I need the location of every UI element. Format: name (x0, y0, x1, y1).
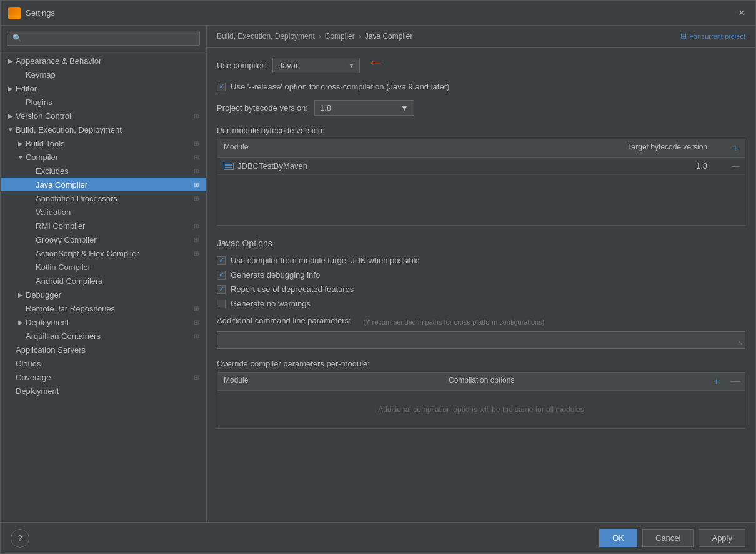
additional-cmd-label: Additional command line parameters: (217, 316, 351, 325)
sidebar-item-keymap[interactable]: Keymap (1, 68, 206, 81)
sidebar-item-editor[interactable]: ▶ Editor (1, 81, 206, 95)
sidebar-item-version-control[interactable]: ▶ Version Control ⊞ (1, 109, 206, 123)
additional-cmd-hint: ('/' recommended in paths for cross-plat… (364, 318, 545, 326)
apply-button[interactable]: Apply (699, 529, 745, 547)
ok-button[interactable]: OK (599, 529, 637, 547)
settings-body: Use compiler: Javac ▼ ← Use '--release' … (207, 48, 755, 522)
search-input[interactable] (7, 31, 200, 46)
sidebar-item-validation[interactable]: Validation (1, 205, 206, 219)
generate-no-warnings-label: Generate no warnings (231, 299, 311, 308)
sidebar-item-build-tools[interactable]: ▶ Build Tools ⊞ (1, 136, 206, 150)
javac-options-section: Javac Options Use compiler from module t… (217, 238, 745, 429)
sidebar-item-appearance-behavior[interactable]: ▶ Appearance & Behavior (1, 54, 206, 68)
spacer (6, 386, 16, 396)
per-module-label: Per-module bytecode version: (217, 126, 745, 135)
generate-debugging-info-checkbox[interactable] (217, 271, 226, 280)
expand-arrow: ▶ (6, 111, 16, 121)
sidebar-item-android-compilers[interactable]: Android Compilers (1, 274, 206, 288)
bottom-bar: ? OK Cancel Apply (1, 522, 755, 553)
compiler-value: Javac (278, 61, 299, 70)
override-col-options-header: Compilation options (442, 373, 707, 390)
sidebar-item-plugins[interactable]: Plugins (1, 95, 206, 109)
badge-icon: ⊞ (191, 111, 201, 121)
badge-icon: ⊞ (191, 166, 201, 176)
badge-icon: ⊞ (191, 193, 201, 203)
use-compiler-from-module-label: Use compiler from module target JDK when… (231, 256, 420, 265)
badge-icon: ⊞ (191, 317, 201, 327)
override-empty-hint: Additional compilation options will be t… (217, 391, 745, 428)
bytecode-version-select[interactable]: 1.8 ▼ (314, 100, 414, 116)
expand-arrow: ▶ (16, 138, 26, 148)
for-project-label: For current project (689, 33, 745, 40)
additional-cmd-input[interactable] (217, 331, 745, 349)
app-icon (8, 7, 21, 19)
compiler-select[interactable]: Javac ▼ (272, 58, 360, 73)
override-section: Override compiler parameters per-module:… (217, 359, 745, 429)
close-button[interactable]: × (735, 7, 748, 19)
col-version-header: Target bytecode version (601, 139, 726, 157)
sidebar-item-label: Version Control (16, 111, 191, 121)
bytecode-chevron-down-icon: ▼ (400, 103, 409, 113)
help-button[interactable]: ? (11, 529, 29, 548)
sidebar-item-excludes[interactable]: Excludes ⊞ (1, 164, 206, 178)
remove-module-button[interactable]: — (726, 161, 745, 171)
sidebar-item-annotation-processors[interactable]: Annotation Processors ⊞ (1, 191, 206, 205)
spacer (26, 221, 36, 231)
sidebar-item-label: Arquillian Containers (26, 331, 191, 341)
report-deprecated-label: Report use of deprecated features (231, 285, 354, 294)
expand-arrow: ▶ (6, 56, 16, 66)
badge-icon: ⊞ (191, 331, 201, 341)
cmd-input-wrapper: ⤡ (217, 331, 745, 349)
sidebar-item-label: Build, Execution, Deployment (16, 125, 201, 134)
report-deprecated-row: Report use of deprecated features (217, 285, 745, 294)
sidebar-item-label: Appearance & Behavior (16, 56, 201, 66)
sidebar-item-build-exec-deploy[interactable]: ▼ Build, Execution, Deployment (1, 123, 206, 136)
sidebar-item-remote-jar-repos[interactable]: Remote Jar Repositories ⊞ (1, 301, 206, 315)
override-label: Override compiler parameters per-module: (217, 359, 745, 368)
red-arrow-annotation: ← (367, 53, 384, 73)
module-cell: JDBCTestByMaven (217, 159, 601, 173)
remove-override-button[interactable]: — (726, 373, 745, 390)
expand-arrow: ▶ (16, 317, 26, 327)
content-area: Build, Execution, Deployment › Compiler … (207, 26, 755, 522)
sidebar-item-debugger[interactable]: ▶ Debugger (1, 288, 206, 301)
sidebar-item-arquillian[interactable]: Arquillian Containers ⊞ (1, 329, 206, 343)
sidebar-item-label: Editor (16, 84, 201, 93)
module-icon (224, 163, 234, 170)
sidebar-item-label: Application Servers (16, 345, 201, 355)
sidebar-item-label: Validation (36, 208, 201, 217)
generate-no-warnings-checkbox[interactable] (217, 300, 226, 308)
sidebar-item-label: Plugins (26, 98, 201, 107)
bytecode-version-row: Project bytecode version: 1.8 ▼ (217, 100, 745, 116)
sidebar-item-groovy-compiler[interactable]: Groovy Compiler ⊞ (1, 233, 206, 246)
spacer (6, 372, 16, 382)
for-project-link[interactable]: ⊞ For current project (680, 32, 745, 41)
sidebar-item-clouds[interactable]: Clouds (1, 356, 206, 370)
sidebar-item-deployment2[interactable]: Deployment (1, 384, 206, 398)
sidebar-item-coverage[interactable]: Coverage ⊞ (1, 370, 206, 384)
release-option-checkbox[interactable] (217, 83, 226, 91)
cancel-button[interactable]: Cancel (642, 529, 694, 547)
sidebar-item-rmi-compiler[interactable]: RMI Compiler ⊞ (1, 219, 206, 233)
add-module-button[interactable]: + (726, 139, 745, 157)
report-deprecated-checkbox[interactable] (217, 285, 226, 294)
sidebar-item-deployment[interactable]: ▶ Deployment ⊞ (1, 315, 206, 329)
spacer (16, 303, 26, 313)
add-override-button[interactable]: + (707, 373, 726, 390)
version-cell: 1.8 (601, 159, 726, 173)
sidebar-item-kotlin-compiler[interactable]: Kotlin Compiler (1, 260, 206, 274)
javac-options-title: Javac Options (217, 238, 745, 248)
badge-icon: ⊞ (191, 138, 201, 148)
sidebar-item-label: RMI Compiler (36, 221, 191, 231)
sidebar-item-actionscript[interactable]: ActionScript & Flex Compiler ⊞ (1, 246, 206, 260)
sidebar-item-application-servers[interactable]: Application Servers (1, 343, 206, 356)
sidebar-item-compiler[interactable]: ▼ Compiler ⊞ (1, 150, 206, 164)
sidebar-item-label: Kotlin Compiler (36, 263, 201, 272)
expand-arrow: ▼ (16, 152, 26, 162)
sidebar-item-java-compiler[interactable]: Java Compiler ⊞ (1, 178, 206, 191)
sidebar: ▶ Appearance & Behavior Keymap ▶ Editor … (1, 26, 207, 522)
release-option-row: Use '--release' option for cross-compila… (217, 82, 745, 91)
spacer (26, 248, 36, 258)
use-compiler-from-module-checkbox[interactable] (217, 256, 226, 265)
sidebar-item-label: Debugger (26, 290, 201, 300)
